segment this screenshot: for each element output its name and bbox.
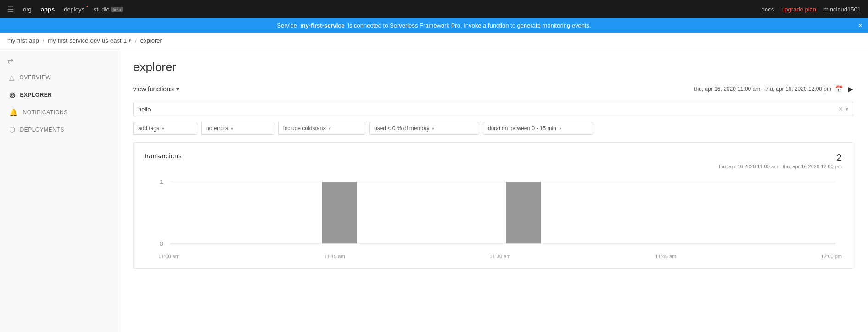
nav-deploys[interactable]: deploys: [64, 6, 84, 13]
filter-tags-select[interactable]: add tags ▾: [133, 122, 197, 135]
breadcrumb: my-first-app / my-first-service-dev-us-e…: [0, 33, 868, 49]
transactions-range: thu, apr 16 2020 11:00 am - thu, apr 16 …: [719, 164, 842, 169]
svg-text:1: 1: [159, 178, 163, 185]
svg-rect-4: [322, 182, 357, 243]
filter-row: add tags ▾ no errors ▾ include coldstart…: [133, 122, 853, 135]
search-dropdown-icon[interactable]: ▾: [846, 106, 848, 112]
sidebar-item-explorer-label: EXPLORER: [20, 92, 52, 98]
filter-duration-arrow: ▾: [559, 126, 561, 131]
chart-area: 1 0 11:00 am 11:15 am 11:30 am 11:45 am …: [145, 177, 842, 259]
main-content: explorer view functions thu, apr 16, 202…: [118, 49, 868, 332]
play-button[interactable]: ▶: [848, 85, 853, 93]
sidebar-item-overview-label: OVERVIEW: [20, 74, 51, 81]
sidebar-item-explorer[interactable]: ◎ EXPLORER: [0, 86, 118, 104]
sidebar-item-deployments-label: DEPLOYMENTS: [20, 127, 64, 133]
x-label-1115: 11:15 am: [324, 254, 345, 259]
date-range-label: thu, apr 16, 2020 11:00 am - thu, apr 16…: [694, 86, 831, 92]
filter-coldstarts-arrow: ▾: [329, 126, 331, 131]
transactions-count: 2 thu, apr 16 2020 11:00 am - thu, apr 1…: [719, 152, 842, 169]
navbar: ☰ org apps deploys studiobeta docs upgra…: [0, 0, 868, 18]
transactions-title: transactions: [145, 152, 182, 160]
chart-x-labels: 11:00 am 11:15 am 11:30 am 11:45 am 12:0…: [158, 254, 842, 259]
banner-text: Service my-first-service is connected to…: [277, 22, 591, 29]
date-range-row: thu, apr 16, 2020 11:00 am - thu, apr 16…: [694, 85, 853, 93]
toolbar-row: view functions thu, apr 16, 2020 11:00 a…: [133, 83, 853, 94]
nav-studio[interactable]: studiobeta: [94, 6, 123, 13]
x-label-1100: 11:00 am: [158, 254, 179, 259]
overview-icon: △: [9, 73, 15, 82]
docs-link[interactable]: docs: [762, 6, 774, 13]
layout: ⇄ △ OVERVIEW ◎ EXPLORER 🔔 NOTIFICATIONS …: [0, 49, 868, 332]
sidebar-item-overview[interactable]: △ OVERVIEW: [0, 69, 118, 86]
breadcrumb-sep-1: /: [43, 37, 45, 44]
navbar-left: ☰ org apps deploys studiobeta: [7, 5, 123, 14]
sidebar: ⇄ △ OVERVIEW ◎ EXPLORER 🔔 NOTIFICATIONS …: [0, 49, 118, 332]
info-banner: Service my-first-service is connected to…: [0, 18, 868, 33]
sidebar-item-notifications[interactable]: 🔔 NOTIFICATIONS: [0, 104, 118, 121]
explorer-icon: ◎: [9, 91, 16, 99]
hamburger-icon[interactable]: ☰: [7, 5, 14, 14]
filter-coldstarts-select[interactable]: include coldstarts ▾: [278, 122, 365, 135]
transactions-header: transactions 2 thu, apr 16 2020 11:00 am…: [145, 152, 842, 169]
x-label-1130: 11:30 am: [490, 254, 511, 259]
transactions-number: 2: [719, 152, 842, 164]
breadcrumb-current: explorer: [140, 37, 162, 44]
nav-apps[interactable]: apps: [41, 6, 55, 13]
transactions-chart: 1 0: [145, 177, 842, 259]
filter-tags-label: add tags: [138, 125, 159, 132]
filter-coldstarts-label: include coldstarts: [283, 125, 326, 132]
filter-memory-arrow: ▾: [432, 126, 434, 131]
transactions-section: transactions 2 thu, apr 16 2020 11:00 am…: [133, 142, 853, 269]
breadcrumb-sep-2: /: [135, 37, 137, 44]
nav-org[interactable]: org: [23, 6, 32, 13]
banner-service-name: my-first-service: [300, 22, 345, 29]
beta-badge: beta: [111, 7, 123, 12]
filter-memory-label: used < 0 % of memory: [374, 125, 429, 132]
x-label-1200: 12:00 pm: [821, 254, 842, 259]
calendar-icon[interactable]: 📅: [835, 85, 843, 93]
banner-suffix: is connected to Serverless Framework Pro…: [348, 22, 591, 29]
sidebar-toggle[interactable]: ⇄: [0, 53, 118, 69]
sidebar-item-deployments[interactable]: ⬡ DEPLOYMENTS: [0, 121, 118, 138]
deployments-icon: ⬡: [9, 126, 16, 134]
navbar-right: docs upgrade plan mincloud1501: [762, 6, 861, 13]
svg-text:0: 0: [159, 240, 163, 247]
filter-tags-arrow: ▾: [162, 126, 164, 131]
breadcrumb-service-dropdown[interactable]: my-first-service-dev-us-east-1: [48, 37, 131, 44]
sidebar-item-notifications-label: NOTIFICATIONS: [23, 109, 68, 116]
banner-prefix: Service: [277, 22, 297, 29]
banner-close-button[interactable]: ×: [858, 22, 862, 30]
search-row: × ▾: [133, 102, 853, 116]
breadcrumb-app[interactable]: my-first-app: [7, 37, 39, 44]
view-functions-button[interactable]: view functions: [133, 83, 179, 94]
svg-rect-5: [506, 182, 541, 243]
filter-errors-label: no errors: [206, 125, 228, 132]
sidebar-toggle-icon: ⇄: [7, 56, 13, 65]
filter-errors-select[interactable]: no errors ▾: [201, 122, 274, 135]
studio-label: studio: [94, 6, 110, 13]
search-clear-button[interactable]: ×: [839, 105, 843, 113]
filter-duration-select[interactable]: duration between 0 - 15 min ▾: [483, 122, 593, 135]
x-label-1145: 11:45 am: [655, 254, 676, 259]
upgrade-plan-link[interactable]: upgrade plan: [781, 6, 816, 13]
search-input[interactable]: [138, 106, 839, 113]
notifications-icon: 🔔: [9, 108, 18, 116]
user-menu[interactable]: mincloud1501: [823, 6, 861, 13]
filter-duration-label: duration between 0 - 15 min: [488, 125, 556, 132]
page-title: explorer: [133, 60, 853, 74]
filter-errors-arrow: ▾: [231, 126, 233, 131]
filter-memory-select[interactable]: used < 0 % of memory ▾: [369, 122, 479, 135]
